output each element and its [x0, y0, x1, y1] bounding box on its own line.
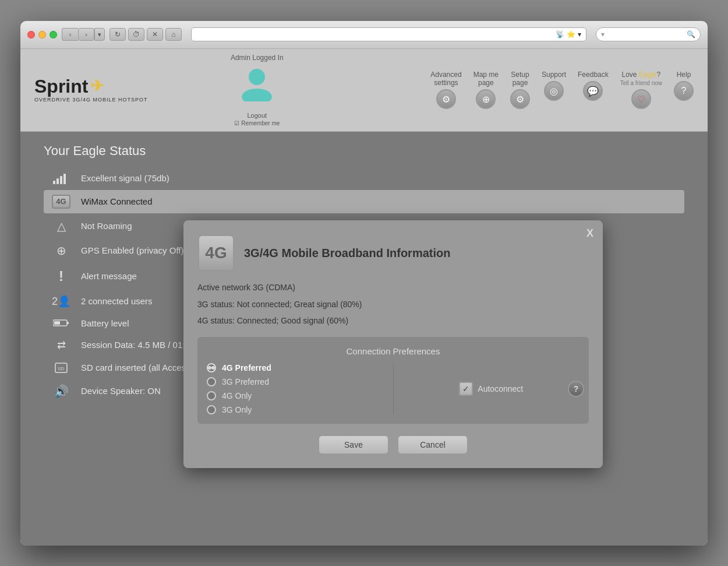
status-label-signal: Excellent signal (75db) — [81, 173, 169, 183]
svg-rect-3 — [56, 178, 59, 184]
close-tab-button[interactable]: ✕ — [147, 28, 163, 41]
admin-section: Admin Logged In Logout ☑ Remember me — [231, 54, 284, 126]
nav-item-map-me[interactable]: Map mepage ⊕ — [473, 71, 499, 110]
search-bar[interactable]: ▾ 🔍 — [596, 27, 701, 41]
status-label-wimax: WiMax Connected — [81, 196, 153, 206]
logout-link[interactable]: Logout — [247, 112, 267, 119]
nav-item-advanced-settings[interactable]: Advancedsettings ⚙ — [430, 71, 461, 110]
cancel-button[interactable]: Cancel — [398, 435, 468, 454]
status-item-signal[interactable]: Excellent signal (75db) — [44, 168, 684, 189]
overdrive-text: OVERDRIVE 3G/4G MOBILE HOTSPOT — [34, 97, 148, 103]
sd-icon: SD — [51, 362, 72, 374]
love-eagle-icon: ♡ — [631, 89, 651, 109]
history-button[interactable]: ⏱ — [128, 28, 144, 41]
autoconnect-checkbox[interactable]: ✓ Autoconnect — [459, 382, 523, 396]
remember-checkbox-icon: ☑ — [234, 120, 239, 126]
app-header: Sprint ✈ OVERDRIVE 3G/4G MOBILE HOTSPOT … — [20, 49, 708, 132]
admin-actions: Logout ☑ Remember me — [234, 112, 280, 126]
nav-menu: Advancedsettings ⚙ Map mepage ⊕ Setuppag… — [430, 71, 694, 110]
svg-rect-8 — [54, 321, 60, 325]
bookmark-icon: ⭐ — [567, 30, 575, 38]
help-circle-icon[interactable]: ? — [568, 381, 584, 397]
save-button[interactable]: Save — [319, 435, 388, 454]
admin-label: Admin Logged In — [231, 54, 284, 62]
connection-prefs-title: Connection Preferences — [207, 346, 579, 356]
wimax-icon: 4G — [51, 195, 72, 209]
modal-title: 3G/4G Mobile Broadband Information — [244, 247, 450, 260]
max-traffic-light[interactable] — [50, 31, 57, 38]
status-label-roaming: Not Roaming — [81, 221, 132, 231]
svg-point-0 — [249, 69, 265, 85]
sprint-logo: Sprint ✈ OVERDRIVE 3G/4G MOBILE HOTSPOT — [34, 77, 148, 103]
avatar-container — [238, 64, 276, 101]
status-label-speaker: Device Speaker: ON — [81, 386, 161, 396]
nav-item-love-eagle[interactable]: Love Eagle?Tell a friend now ♡ — [620, 71, 662, 110]
radio-3g-only-label: 3G Only — [222, 405, 252, 414]
battery-icon — [51, 318, 72, 328]
toolbar-nav: ↻ ⏱ ✕ ⌂ — [109, 28, 182, 41]
setup-icon: ⚙ — [510, 89, 530, 109]
status-label-sd: SD card inserted (all Access) — [81, 363, 193, 372]
back-button[interactable]: ‹ — [62, 28, 78, 41]
svg-point-1 — [242, 89, 272, 101]
autoconnect-label: Autoconnect — [478, 384, 523, 393]
search-dropdown-icon: ▾ — [601, 30, 605, 38]
traffic-lights — [27, 31, 57, 38]
advanced-settings-icon: ⚙ — [436, 89, 456, 109]
svg-rect-7 — [67, 322, 69, 324]
alert-icon: ! — [51, 268, 72, 284]
forward-button[interactable]: › — [78, 28, 94, 41]
url-bar-icons: 📡 ⭐ ▾ — [556, 30, 581, 38]
radio-4g-preferred[interactable]: 4G Preferred — [207, 363, 384, 372]
nav-item-support[interactable]: Support ◎ — [542, 71, 566, 101]
modal-4g-badge: 4G — [197, 234, 235, 272]
radio-3g-preferred[interactable]: 3G Preferred — [207, 377, 384, 386]
svg-rect-4 — [60, 176, 62, 184]
modal-header: 4G 3G/4G Mobile Broadband Information — [197, 234, 589, 272]
status-label-alert: Alert message — [81, 271, 137, 281]
status-item-wimax[interactable]: 4G WiMax Connected — [44, 190, 684, 213]
connection-prefs: Connection Preferences 4G Preferred — [197, 337, 589, 424]
nav-item-help[interactable]: Help ? — [674, 71, 694, 101]
url-bar[interactable]: 📡 ⭐ ▾ — [191, 27, 586, 41]
section-title: Your Eagle Status — [44, 143, 684, 159]
radio-4g-only[interactable]: 4G Only — [207, 391, 384, 400]
sprint-logo-text: Sprint ✈ — [34, 77, 104, 96]
title-bar: ‹ › ▾ ↻ ⏱ ✕ ⌂ 📡 ⭐ ▾ ▾ 🔍 — [20, 21, 708, 49]
browser-content: Sprint ✈ OVERDRIVE 3G/4G MOBILE HOTSPOT … — [20, 49, 708, 546]
feedback-icon: 💬 — [583, 81, 603, 101]
autoconnect-checkbox-box: ✓ — [459, 382, 473, 396]
4g-badge: 4G — [52, 195, 70, 209]
radio-3g-only[interactable]: 3G Only — [207, 405, 384, 414]
status-label-gps: GPS Enabled (privacy Off) — [81, 245, 183, 255]
min-traffic-light[interactable] — [38, 31, 46, 38]
svg-rect-5 — [63, 174, 66, 184]
back-forward-group: ‹ › ▾ — [62, 28, 105, 41]
nav-item-feedback[interactable]: Feedback 💬 — [578, 71, 609, 101]
modal-info-1: Active network 3G (CDMA) — [197, 281, 589, 294]
speaker-icon: 🔊 — [51, 384, 72, 398]
map-me-icon: ⊕ — [476, 89, 496, 109]
close-traffic-light[interactable] — [27, 31, 35, 38]
refresh-button[interactable]: ↻ — [109, 28, 126, 41]
prefs-left: 4G Preferred 3G Preferred 4G Only — [207, 363, 394, 414]
svg-text:SD: SD — [58, 366, 64, 371]
app-body: Your Eagle Status Excellent sign — [20, 132, 708, 546]
gps-icon: ⊕ — [51, 244, 72, 258]
nav-dropdown-button[interactable]: ▾ — [94, 28, 105, 41]
session-icon: ⇄ — [51, 339, 72, 351]
nav-item-setup[interactable]: Setuppage ⚙ — [510, 71, 530, 110]
signal-icon — [51, 173, 72, 184]
roaming-icon: △ — [51, 219, 72, 233]
modal: X 4G 3G/4G Mobile Broadband Information … — [183, 220, 603, 467]
search-icon: 🔍 — [687, 30, 695, 38]
modal-close-button[interactable]: X — [586, 227, 593, 240]
modal-footer: Save Cancel — [197, 435, 589, 454]
home-button[interactable]: ⌂ — [165, 28, 182, 41]
modal-info-3: 4G status: Connected; Good signal (60%) — [197, 314, 589, 327]
prefs-content: 4G Preferred 3G Preferred 4G Only — [207, 363, 579, 414]
prefs-right: ✓ Autoconnect ? — [394, 363, 580, 414]
radio-4g-preferred-label: 4G Preferred — [222, 363, 271, 372]
help-icon: ? — [674, 81, 694, 101]
radio-4g-only-circle — [207, 391, 216, 400]
